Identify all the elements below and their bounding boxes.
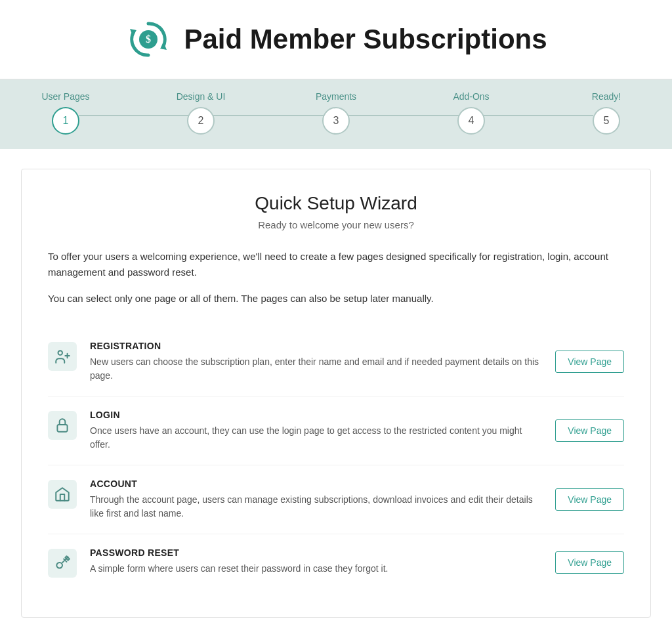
password-reset-name: PASSWORD RESET: [90, 547, 542, 558]
account-view-button[interactable]: View Page: [555, 488, 624, 511]
app-title: Paid Member Subscriptions: [184, 24, 547, 55]
step-1-label: User Pages: [41, 91, 89, 102]
step-5[interactable]: Ready! 5: [580, 91, 633, 135]
svg-text:$: $: [146, 33, 151, 45]
login-desc: Once users have an account, they can use…: [90, 424, 542, 452]
account-desc: Through the account page, users can mana…: [90, 493, 542, 521]
account-icon: [48, 480, 77, 509]
password-reset-info: PASSWORD RESET A simple form where users…: [90, 547, 542, 576]
account-name: ACCOUNT: [90, 479, 542, 489]
stepper: User Pages 1 Design & UI 2 Payments 3 Ad…: [39, 91, 633, 135]
login-icon: [48, 411, 77, 440]
wizard-description-2: You can select only one page or all of t…: [48, 291, 624, 307]
step-2[interactable]: Design & UI 2: [175, 91, 227, 135]
password-reset-icon: [48, 549, 77, 578]
svg-point-5: [58, 351, 63, 355]
main-content: Quick Setup Wizard Ready to welcome your…: [8, 149, 664, 619]
registration-icon: [48, 342, 77, 371]
step-5-label: Ready!: [592, 91, 621, 102]
password-reset-desc: A simple form where users can reset thei…: [90, 562, 542, 576]
step-4-label: Add-Ons: [453, 91, 489, 102]
svg-point-7: [56, 563, 62, 568]
step-1-circle: 1: [52, 107, 79, 135]
registration-desc: New users can choose the subscription pl…: [90, 355, 542, 383]
step-3-circle: 3: [322, 107, 350, 135]
pages-list: REGISTRATION New users can choose the su…: [48, 328, 624, 591]
step-2-circle: 2: [187, 107, 215, 135]
registration-item: REGISTRATION New users can choose the su…: [48, 328, 624, 396]
wizard-subtitle: Ready to welcome your new users?: [48, 219, 624, 230]
password-reset-view-button[interactable]: View Page: [555, 551, 624, 574]
step-4[interactable]: Add-Ons 4: [445, 91, 497, 135]
account-item: ACCOUNT Through the account page, users …: [48, 465, 624, 534]
step-5-circle: 5: [593, 107, 620, 135]
stepper-bar: User Pages 1 Design & UI 2 Payments 3 Ad…: [0, 79, 672, 149]
password-reset-item: PASSWORD RESET A simple form where users…: [48, 534, 624, 591]
account-info: ACCOUNT Through the account page, users …: [90, 479, 542, 521]
content-card: Quick Setup Wizard Ready to welcome your…: [21, 169, 651, 618]
registration-name: REGISTRATION: [90, 341, 542, 351]
step-3-label: Payments: [316, 91, 356, 102]
logo-icon: $: [125, 16, 172, 63]
step-2-label: Design & UI: [177, 91, 226, 102]
header: $ Paid Member Subscriptions: [0, 0, 672, 79]
registration-view-button[interactable]: View Page: [555, 351, 624, 373]
wizard-description-1: To offer your users a welcoming experien…: [48, 249, 624, 280]
svg-rect-6: [57, 425, 67, 432]
login-name: LOGIN: [90, 410, 542, 420]
step-1[interactable]: User Pages 1: [39, 91, 92, 135]
registration-info: REGISTRATION New users can choose the su…: [90, 341, 542, 383]
login-item: LOGIN Once users have an account, they c…: [48, 396, 624, 465]
step-4-circle: 4: [457, 107, 485, 135]
login-info: LOGIN Once users have an account, they c…: [90, 410, 542, 452]
login-view-button[interactable]: View Page: [555, 419, 624, 442]
step-3[interactable]: Payments 3: [310, 91, 362, 135]
wizard-title: Quick Setup Wizard: [48, 193, 624, 214]
